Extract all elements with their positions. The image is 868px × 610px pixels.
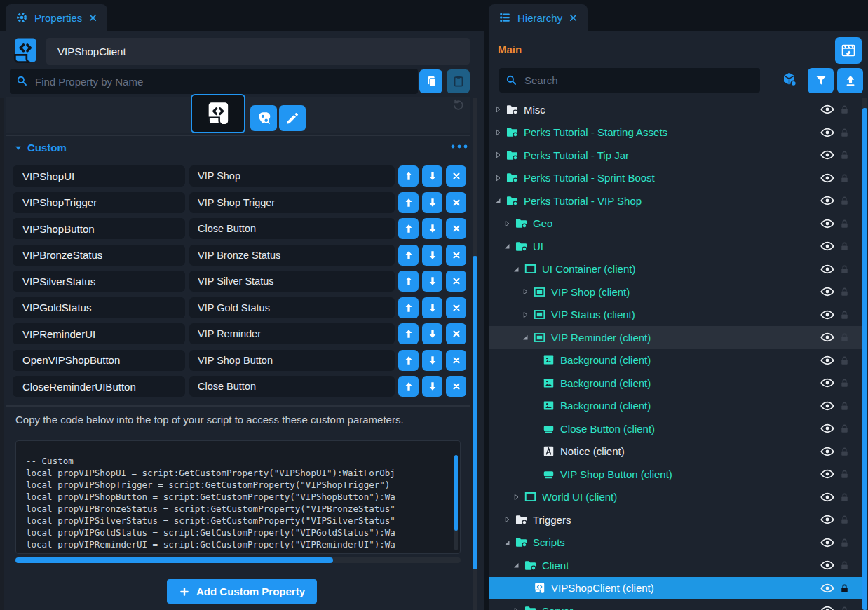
visibility-toggle[interactable] bbox=[820, 307, 835, 323]
lock-toggle[interactable] bbox=[839, 172, 850, 184]
hierarchy-search-input[interactable] bbox=[499, 68, 760, 93]
hierarchy-row[interactable]: Background (client) bbox=[489, 395, 863, 418]
visibility-toggle[interactable] bbox=[820, 284, 835, 299]
move-up-button[interactable] bbox=[398, 323, 419, 344]
lock-toggle[interactable] bbox=[839, 446, 850, 458]
lock-toggle[interactable] bbox=[839, 514, 850, 526]
expand-caret[interactable] bbox=[511, 560, 521, 570]
hierarchy-row[interactable]: VIP Shop Button (client) bbox=[489, 463, 863, 486]
property-name-field[interactable]: VIPShopTrigger bbox=[13, 192, 185, 213]
delete-property-button[interactable] bbox=[446, 376, 466, 397]
expand-caret[interactable] bbox=[529, 355, 539, 365]
properties-scrollbar[interactable] bbox=[473, 98, 477, 610]
close-hierarchy-tab[interactable] bbox=[569, 13, 578, 22]
move-down-button[interactable] bbox=[422, 350, 442, 371]
property-name-field[interactable]: CloseReminderUIButton bbox=[13, 376, 185, 397]
expand-caret[interactable] bbox=[511, 606, 521, 610]
hierarchy-row[interactable]: VIPShopClient (client) bbox=[489, 577, 863, 600]
expand-caret[interactable] bbox=[520, 332, 530, 342]
hierarchy-row[interactable]: VIP Status (client) bbox=[489, 304, 863, 327]
lock-toggle[interactable] bbox=[839, 218, 850, 230]
lock-toggle[interactable] bbox=[839, 400, 850, 412]
hierarchy-row[interactable]: UI bbox=[489, 235, 863, 258]
object-name-field[interactable]: VIPShopClient bbox=[46, 38, 470, 65]
property-value-field[interactable]: Close Button bbox=[189, 218, 395, 239]
move-down-button[interactable] bbox=[422, 192, 442, 213]
filter-button[interactable] bbox=[808, 68, 834, 93]
add-custom-property-button[interactable]: Add Custom Property bbox=[167, 579, 317, 604]
move-down-button[interactable] bbox=[422, 245, 442, 266]
hierarchy-row[interactable]: Scripts bbox=[489, 531, 863, 555]
hierarchy-row[interactable]: Triggers bbox=[489, 508, 863, 531]
hierarchy-row[interactable]: World UI (client) bbox=[489, 486, 863, 509]
lock-toggle[interactable] bbox=[839, 264, 850, 276]
hierarchy-row[interactable]: Perks Tutorial - Starting Assets bbox=[489, 121, 863, 144]
tab-properties[interactable]: Properties bbox=[6, 4, 107, 31]
hierarchy-row[interactable]: Perks Tutorial - Tip Jar bbox=[489, 144, 863, 167]
hierarchy-row[interactable]: Perks Tutorial - Sprint Boost bbox=[489, 167, 863, 190]
lock-toggle[interactable] bbox=[839, 377, 850, 389]
lock-toggle[interactable] bbox=[839, 583, 850, 595]
expand-caret[interactable] bbox=[529, 378, 539, 388]
hierarchy-row[interactable]: VIP Reminder (client) bbox=[489, 326, 863, 349]
visibility-toggle[interactable] bbox=[820, 170, 835, 186]
property-value-field[interactable]: VIP Reminder bbox=[189, 323, 395, 344]
expand-caret[interactable] bbox=[511, 492, 521, 502]
lock-toggle[interactable] bbox=[839, 195, 850, 207]
expand-caret[interactable] bbox=[529, 401, 539, 411]
property-name-field[interactable]: OpenVIPShopButton bbox=[13, 350, 185, 371]
move-down-button[interactable] bbox=[422, 165, 442, 187]
lock-toggle[interactable] bbox=[839, 240, 850, 252]
property-value-field[interactable]: VIP Gold Status bbox=[189, 297, 395, 318]
paste-properties-button[interactable] bbox=[447, 69, 470, 93]
move-down-button[interactable] bbox=[422, 271, 442, 292]
visibility-toggle[interactable] bbox=[820, 262, 835, 277]
hierarchy-row[interactable]: Background (client) bbox=[489, 349, 863, 372]
lock-toggle[interactable] bbox=[839, 104, 850, 116]
delete-property-button[interactable] bbox=[446, 192, 466, 213]
expand-caret[interactable] bbox=[520, 583, 530, 593]
visibility-toggle[interactable] bbox=[820, 444, 835, 459]
delete-property-button[interactable] bbox=[446, 245, 466, 266]
property-value-field[interactable]: VIP Shop Button bbox=[189, 350, 395, 371]
lock-toggle[interactable] bbox=[839, 332, 850, 344]
delete-property-button[interactable] bbox=[446, 218, 466, 239]
property-value-field[interactable]: VIP Shop Trigger bbox=[189, 192, 395, 213]
code-snippet-box[interactable]: -- Custom local propVIPShopUI = script:G… bbox=[15, 440, 461, 554]
scene-settings-button[interactable] bbox=[835, 37, 862, 64]
lock-toggle[interactable] bbox=[839, 537, 850, 549]
move-up-button[interactable] bbox=[398, 218, 419, 239]
move-down-button[interactable] bbox=[422, 218, 442, 239]
expand-caret[interactable] bbox=[502, 219, 512, 229]
expand-caret[interactable] bbox=[502, 538, 512, 548]
expand-caret[interactable] bbox=[493, 104, 503, 114]
visibility-toggle[interactable] bbox=[820, 353, 835, 368]
visibility-toggle[interactable] bbox=[820, 535, 835, 550]
move-up-button[interactable] bbox=[398, 297, 419, 318]
property-value-field[interactable]: Close Button bbox=[189, 376, 395, 397]
visibility-toggle[interactable] bbox=[820, 216, 835, 231]
lock-toggle[interactable] bbox=[839, 286, 850, 298]
lock-toggle[interactable] bbox=[839, 423, 850, 435]
hierarchy-row[interactable]: Perks Tutorial - VIP Shop bbox=[489, 189, 863, 212]
code-vertical-scrollbar[interactable] bbox=[454, 455, 458, 550]
move-down-button[interactable] bbox=[422, 376, 442, 397]
hierarchy-row[interactable]: Background (client) bbox=[489, 372, 863, 395]
lock-toggle[interactable] bbox=[839, 605, 850, 610]
hierarchy-row[interactable]: VIP Shop (client) bbox=[489, 280, 863, 304]
move-up-button[interactable] bbox=[398, 376, 419, 397]
hierarchy-row[interactable]: Misc bbox=[489, 98, 863, 121]
visibility-toggle[interactable] bbox=[820, 512, 835, 527]
property-name-field[interactable]: VIPBronzeStatus bbox=[13, 245, 185, 266]
find-in-scene-button[interactable] bbox=[250, 105, 277, 131]
custom-section-header[interactable]: Custom bbox=[14, 142, 67, 154]
move-down-button[interactable] bbox=[422, 323, 442, 344]
property-search-input[interactable] bbox=[10, 69, 418, 94]
expand-caret[interactable] bbox=[520, 310, 530, 320]
expand-caret[interactable] bbox=[529, 423, 539, 433]
hierarchy-scrollbar[interactable] bbox=[862, 98, 867, 610]
move-up-button[interactable] bbox=[398, 245, 419, 266]
visibility-toggle[interactable] bbox=[820, 193, 835, 208]
tab-hierarchy[interactable]: Hierarchy bbox=[489, 4, 588, 31]
move-up-button[interactable] bbox=[398, 271, 419, 292]
